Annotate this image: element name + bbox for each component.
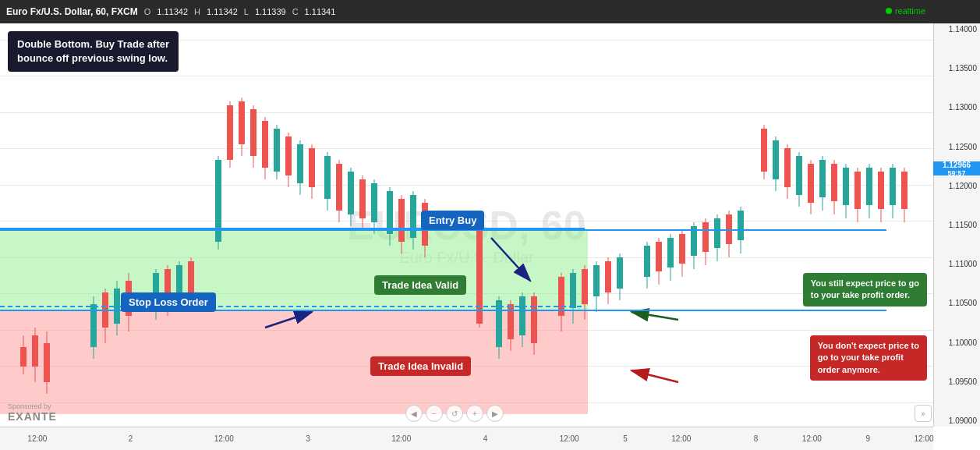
price-13000: 1.13000 <box>934 103 980 112</box>
price-14000: 1.14000 <box>934 25 980 34</box>
chart-title: Euro Fx/U.S. Dollar, 60, FXCM <box>6 6 138 17</box>
time-label-1200-4: 12:00 <box>560 434 579 443</box>
right-annotation-red-text: You don't expect price togo to your take… <box>818 341 919 374</box>
current-price-box: 1.12966 59:57 <box>933 161 980 175</box>
svg-rect-83 <box>656 242 662 271</box>
header-close-value: 1.11341 <box>305 7 336 16</box>
time-label-9: 9 <box>865 434 870 443</box>
realtime-dot <box>886 8 892 14</box>
price-10000: 1.10000 <box>934 338 980 347</box>
time-label-4: 4 <box>483 434 488 443</box>
svg-rect-97 <box>738 211 744 240</box>
svg-rect-31 <box>262 121 268 168</box>
svg-line-130 <box>632 312 678 320</box>
svg-rect-99 <box>761 129 767 172</box>
svg-rect-115 <box>854 172 861 209</box>
intro-annotation-box: Double Bottom. Buy Trade afterbounce off… <box>8 31 179 72</box>
right-annotation-red: You don't expect price togo to your take… <box>810 335 927 381</box>
svg-rect-123 <box>901 172 907 209</box>
svg-rect-45 <box>348 172 354 214</box>
svg-rect-47 <box>359 179 366 218</box>
price-09500: 1.09500 <box>934 377 980 386</box>
svg-line-131 <box>632 370 678 382</box>
svg-rect-75 <box>593 265 600 296</box>
time-label-1200-5: 12:00 <box>671 434 691 443</box>
svg-rect-5 <box>44 343 50 382</box>
svg-line-128 <box>491 238 530 281</box>
header-high-value: 1.11342 <box>207 7 238 16</box>
svg-rect-33 <box>274 129 280 172</box>
svg-rect-121 <box>890 168 896 205</box>
price-axis: 1.14000 1.13500 1.13000 1.12500 1.12000 … <box>933 23 980 427</box>
intro-annotation-text: Double Bottom. Buy Trade afterbounce off… <box>17 38 169 64</box>
svg-rect-103 <box>784 148 791 187</box>
svg-rect-111 <box>831 164 837 201</box>
realtime-indicator: realtime <box>886 6 925 16</box>
chart-container: Euro Fx/U.S. Dollar, 60, FXCM O 1.11342 … <box>0 0 980 450</box>
time-label-2: 2 <box>129 434 133 443</box>
nav-plus-btn[interactable]: + <box>466 405 483 422</box>
svg-rect-25 <box>227 105 233 160</box>
svg-rect-113 <box>843 168 849 205</box>
svg-rect-53 <box>398 199 405 242</box>
svg-rect-77 <box>605 261 611 292</box>
header-bar: Euro Fx/U.S. Dollar, 60, FXCM O 1.11342 … <box>0 0 980 23</box>
svg-rect-109 <box>819 160 826 197</box>
svg-rect-21 <box>188 261 194 292</box>
svg-rect-71 <box>570 273 576 308</box>
nav-next-btn[interactable]: ▶ <box>486 405 504 422</box>
trade-invalid-label: Trade Idea Invalid <box>370 356 471 376</box>
price-11000: 1.11000 <box>934 260 980 268</box>
svg-line-129 <box>265 312 312 328</box>
price-12500: 1.12500 <box>934 143 980 151</box>
trade-valid-label: Trade Idea Valid <box>374 275 466 295</box>
time-label-3: 3 <box>306 434 310 443</box>
svg-rect-43 <box>336 164 342 211</box>
time-label-1200-7: 12:00 <box>915 434 934 443</box>
price-10500: 1.10500 <box>934 299 980 307</box>
svg-rect-41 <box>324 156 331 199</box>
svg-rect-35 <box>285 136 292 175</box>
time-label-8: 8 <box>754 434 759 443</box>
time-axis: 12:00 2 12:00 3 12:00 4 12:00 5 12:00 8 … <box>0 427 933 450</box>
current-price-value: 1.12966 <box>943 161 971 169</box>
sponsored-section: Sponsored by EXANTE <box>8 402 57 423</box>
current-price-time: 59:57 <box>947 169 965 177</box>
svg-rect-101 <box>773 140 779 179</box>
svg-rect-119 <box>878 172 884 209</box>
header-open-label: O <box>144 7 151 16</box>
svg-rect-91 <box>702 222 709 252</box>
trade-valid-text: Trade Idea Valid <box>382 279 458 291</box>
svg-rect-117 <box>866 168 872 205</box>
svg-rect-67 <box>531 296 537 343</box>
sponsored-by-text: Sponsored by <box>8 402 57 410</box>
time-label-1200-3: 12:00 <box>391 434 411 443</box>
svg-rect-85 <box>667 238 674 268</box>
realtime-text: realtime <box>895 6 925 16</box>
entry-buy-text: Entry Buy <box>429 214 476 226</box>
svg-rect-51 <box>387 191 393 234</box>
svg-rect-29 <box>250 109 256 156</box>
price-11500: 1.11500 <box>934 221 980 229</box>
svg-rect-39 <box>309 148 315 187</box>
forward-button[interactable]: » <box>915 405 932 422</box>
nav-reset-btn[interactable]: ↺ <box>446 405 463 422</box>
svg-rect-1 <box>20 347 27 367</box>
entry-buy-label: Entry Buy <box>421 211 484 230</box>
trade-invalid-text: Trade Idea Invalid <box>378 360 463 372</box>
header-low-value: 1.11339 <box>255 7 286 16</box>
nav-prev-btn[interactable]: ◀ <box>405 405 423 422</box>
header-open-value: 1.11342 <box>157 7 188 16</box>
svg-rect-27 <box>239 101 245 144</box>
svg-rect-65 <box>519 296 525 335</box>
svg-rect-49 <box>371 183 377 222</box>
svg-rect-55 <box>410 195 416 238</box>
svg-rect-93 <box>714 218 720 248</box>
svg-rect-87 <box>679 234 685 264</box>
sponsored-logo: EXANTE <box>8 410 57 423</box>
nav-controls[interactable]: ◀ − ↺ + ▶ <box>405 405 504 422</box>
time-label-1200-2: 12:00 <box>214 434 234 443</box>
nav-minus-btn[interactable]: − <box>426 405 443 422</box>
svg-rect-105 <box>796 156 802 195</box>
svg-rect-89 <box>691 226 697 256</box>
